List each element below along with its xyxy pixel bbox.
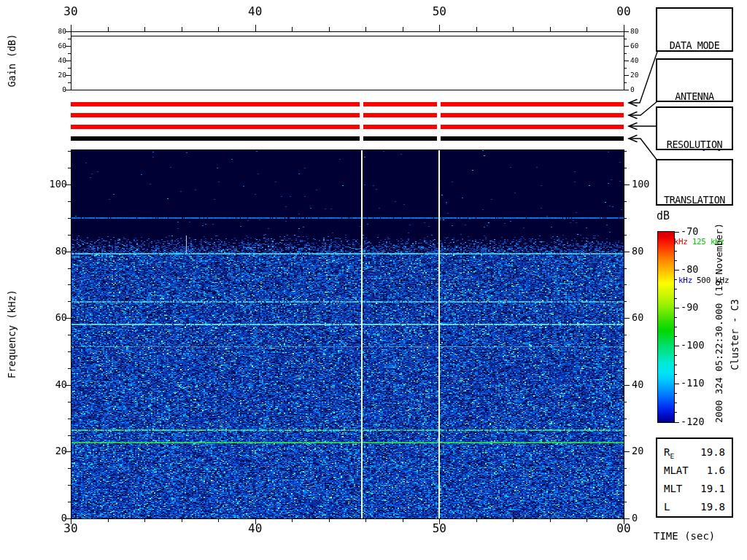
colorbar-title: dB <box>657 211 670 222</box>
tick-label-freq-right-2: 60 <box>632 313 643 323</box>
tick-label-gain-left-4: 0 <box>62 86 66 93</box>
antenna-box: ANTENNA EzBxByEy <box>656 58 733 102</box>
ephemeris-row-mlat: MLAT 1.6 <box>657 464 732 483</box>
antenna-bar <box>441 113 624 117</box>
ephemeris-label: MLT <box>664 483 682 497</box>
antenna-bar <box>71 113 360 117</box>
tick-label-time-bottom-3: 00 <box>616 523 630 534</box>
resolution-bar <box>441 125 624 129</box>
ephemeris-label: L <box>664 501 670 515</box>
tick-label-colorbar-3: -100 <box>681 341 705 351</box>
gain-axis-title: Gain (dB) <box>7 34 18 87</box>
antenna-bar <box>363 113 437 117</box>
tick-label-time-top-3: 00 <box>616 6 630 18</box>
antenna-title: ANTENNA <box>657 88 732 101</box>
frequency-axis-title: Frequency (kHz) <box>7 289 18 378</box>
tick-label-freq-left-5: 0 <box>61 513 67 524</box>
resolution-bar <box>363 125 437 129</box>
tick-label-freq-left-0: 100 <box>50 179 67 190</box>
tick-label-time-bottom-1: 40 <box>248 523 262 534</box>
resolution-title: RESOLUTION <box>657 136 732 149</box>
axes-layer <box>0 0 747 560</box>
ephemeris-value: 1.6 <box>707 464 725 476</box>
tick-label-gain-left-3: 20 <box>58 71 66 79</box>
tick-label-colorbar-4: -110 <box>681 379 705 389</box>
resolution-box: RESOLUTION 8-bit4-bit1-bit <box>656 106 733 150</box>
ephemeris-value: 19.8 <box>700 446 725 458</box>
data-mode-box: DATA MODE DSNFilterDC <box>656 7 733 52</box>
ephemeris-row-re: RE 19.8 <box>657 446 732 464</box>
ephemeris-label: RE <box>664 446 674 460</box>
tick-label-freq-left-1: 80 <box>55 246 67 257</box>
tick-label-gain-right-1: 60 <box>630 42 638 50</box>
translation-box: TRANSLATION 0 kHz125 kHz 250 kHz500 kHz <box>656 159 733 206</box>
tick-label-freq-left-3: 40 <box>55 380 67 390</box>
translation-bar <box>441 136 624 141</box>
tick-label-gain-left-1: 60 <box>58 42 66 50</box>
tick-label-gain-right-0: 80 <box>630 28 638 35</box>
translation-title: TRANSLATION <box>657 188 732 205</box>
tick-label-time-top-2: 50 <box>433 6 446 18</box>
ephemeris-row-l: L 19.8 <box>657 501 732 519</box>
tick-label-colorbar-1: -80 <box>681 265 698 275</box>
time-axis-title: TIME (sec) <box>654 531 715 541</box>
wbd-spectrogram-page: Gain (dB) Frequency (kHz) DATA MODE DSNF… <box>0 0 747 560</box>
tick-label-colorbar-0: -70 <box>681 227 698 237</box>
data-mode-bar <box>363 102 437 106</box>
tick-label-time-top-1: 40 <box>248 6 262 18</box>
tick-label-time-bottom-2: 50 <box>433 523 446 534</box>
tick-label-freq-left-4: 20 <box>55 447 67 457</box>
ephemeris-value: 19.1 <box>700 483 725 494</box>
tick-label-gain-right-2: 40 <box>630 57 638 64</box>
translation-bar <box>363 136 437 141</box>
tick-label-gain-left-0: 80 <box>58 28 66 35</box>
tick-label-gain-left-2: 40 <box>58 57 66 64</box>
tick-label-gain-right-4: 0 <box>630 86 635 93</box>
timestamp-label: 2000 324 05:22:30.000 (19 November) <box>714 223 724 423</box>
ephemeris-box: RE 19.8 MLAT 1.6 MLT 19.1 L 19.8 <box>656 438 733 518</box>
translation-bar <box>71 136 360 141</box>
data-mode-bar <box>71 102 360 106</box>
colorbar-gradient <box>657 231 675 423</box>
tick-label-colorbar-2: -90 <box>681 303 698 313</box>
tick-label-freq-right-4: 20 <box>632 447 643 457</box>
tick-label-gain-right-3: 20 <box>630 71 638 79</box>
tick-label-freq-right-5: 0 <box>632 513 638 524</box>
tick-label-time-top-0: 30 <box>63 6 77 18</box>
resolution-bar <box>71 125 360 129</box>
ephemeris-row-mlt: MLT 19.1 <box>657 483 732 501</box>
tick-label-freq-right-0: 100 <box>632 179 649 190</box>
data-mode-bar <box>441 102 624 106</box>
spacecraft-label: Cluster - C3 <box>730 299 740 370</box>
ephemeris-label: MLAT <box>664 464 689 478</box>
tick-label-freq-right-1: 80 <box>632 246 643 257</box>
tick-label-freq-right-3: 40 <box>632 380 643 390</box>
tick-label-time-bottom-0: 30 <box>63 523 77 534</box>
ephemeris-value: 19.8 <box>700 501 725 513</box>
tick-label-colorbar-5: -120 <box>681 417 705 427</box>
tick-label-freq-left-2: 60 <box>55 313 67 323</box>
data-mode-title: DATA MODE <box>657 36 732 50</box>
